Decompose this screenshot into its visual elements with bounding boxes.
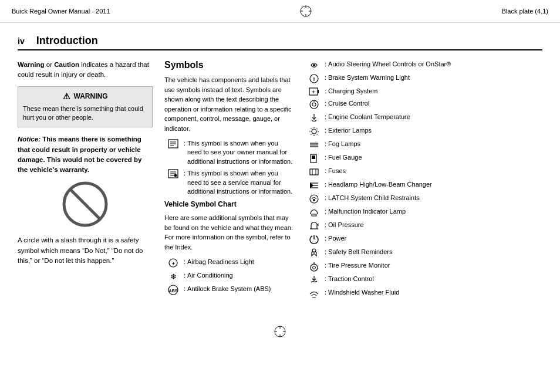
air-conditioning-label: Air Conditioning bbox=[187, 271, 294, 280]
caution-label-inline: Caution bbox=[54, 61, 79, 68]
symbols-heading: Symbols bbox=[164, 60, 294, 70]
abs-label: Antilock Brake System (ABS) bbox=[187, 285, 294, 293]
columns-container: Warning or Caution indicates a hazard th… bbox=[18, 60, 542, 302]
column-1: Warning or Caution indicates a hazard th… bbox=[18, 60, 153, 302]
service-manual-icon bbox=[164, 169, 182, 178]
header-right: Black plate (4,1) bbox=[502, 8, 548, 15]
fuel-gauge-label: Fuel Gauge bbox=[328, 153, 542, 162]
svg-line-36 bbox=[316, 134, 318, 135]
svg-line-38 bbox=[311, 134, 312, 135]
windshield-washer-row: : Windshield Washer Fluid bbox=[305, 288, 542, 299]
engine-coolant-row: : Engine Coolant Temperature bbox=[305, 113, 542, 123]
cruise-control-row: : Cruise Control bbox=[305, 99, 542, 110]
svg-rect-25 bbox=[318, 90, 319, 93]
air-conditioning-icon: ❄ bbox=[164, 271, 182, 282]
headlamp-icon bbox=[305, 180, 323, 191]
malfunction-label: Malfunction Indicator Lamp bbox=[328, 207, 542, 216]
no-symbol-caption: A circle with a slash through it is a sa… bbox=[18, 235, 153, 266]
fog-lamps-label: Fog Lamps bbox=[328, 140, 542, 148]
header-left: Buick Regal Owner Manual - 2011 bbox=[12, 8, 110, 15]
header-crosshair-icon bbox=[299, 5, 312, 18]
latch-row: : LATCH System Child Restraints bbox=[305, 194, 542, 204]
symbols-intro: The vehicle has components and labels th… bbox=[164, 75, 294, 133]
svg-point-15 bbox=[174, 174, 177, 177]
cruise-control-icon bbox=[305, 99, 323, 110]
tire-pressure-row: ! : Tire Pressure Monitor bbox=[305, 261, 542, 272]
page-footer bbox=[0, 319, 560, 344]
fuses-label: Fuses bbox=[328, 167, 542, 175]
fuses-icon bbox=[305, 167, 323, 177]
service-manual-label: This symbol is shown when you need to se… bbox=[187, 169, 294, 196]
warning-box-body: These mean there is something that could… bbox=[23, 104, 147, 123]
brake-warning-row: ! : Brake System Warning Light bbox=[305, 73, 542, 84]
fuel-gauge-icon bbox=[305, 153, 323, 164]
chart-title: Vehicle Symbol Chart bbox=[164, 199, 294, 209]
charging-system-row: + : Charging System bbox=[305, 87, 542, 96]
air-conditioning-row: ❄ : Air Conditioning bbox=[164, 271, 294, 282]
owner-manual-icon bbox=[164, 139, 182, 148]
svg-text:❄: ❄ bbox=[170, 272, 177, 281]
power-row: : Power bbox=[305, 234, 542, 245]
warning-box-header: ⚠ WARNING bbox=[23, 92, 147, 101]
page-header: Buick Regal Owner Manual - 2011 Black pl… bbox=[0, 0, 560, 23]
main-content: iv Introduction Warning or Caution indic… bbox=[0, 23, 560, 313]
airbag-row: ✦ : Airbag Readiness Light bbox=[164, 258, 294, 268]
tire-pressure-label: Tire Pressure Monitor bbox=[328, 261, 542, 270]
power-label: Power bbox=[328, 234, 542, 243]
owner-manual-symbol-row: : This symbol is shown when you need to … bbox=[164, 139, 294, 166]
warning-triangle-icon: ⚠ bbox=[63, 92, 70, 101]
oil-pressure-icon bbox=[305, 221, 323, 231]
malfunction-row: : Malfunction Indicator Lamp bbox=[305, 207, 542, 218]
column-2: Symbols The vehicle has components and l… bbox=[164, 60, 294, 302]
svg-line-37 bbox=[316, 128, 318, 129]
brake-warning-label: Brake System Warning Light bbox=[328, 73, 542, 82]
svg-text:!: ! bbox=[313, 262, 314, 265]
svg-text:✦: ✦ bbox=[171, 261, 176, 266]
column-3: : Audio Steering Wheel Controls or OnSta… bbox=[305, 60, 542, 302]
header-center bbox=[299, 5, 312, 18]
airbag-label: Airbag Readiness Light bbox=[187, 258, 294, 266]
svg-point-30 bbox=[312, 129, 316, 134]
engine-coolant-label: Engine Coolant Temperature bbox=[328, 113, 542, 121]
exterior-lamps-row: : Exterior Lamps bbox=[305, 126, 542, 137]
svg-line-35 bbox=[311, 128, 312, 129]
headlamp-label: Headlamp High/Low-Beam Changer bbox=[328, 180, 542, 189]
warning-box-label: WARNING bbox=[74, 92, 108, 100]
notice-text: Notice: This means there is something th… bbox=[18, 134, 153, 175]
oil-pressure-row: : Oil Pressure bbox=[305, 221, 542, 231]
audio-steering-icon bbox=[305, 60, 323, 70]
engine-coolant-icon bbox=[305, 113, 323, 123]
exterior-lamps-label: Exterior Lamps bbox=[328, 126, 542, 135]
fuel-gauge-row: : Fuel Gauge bbox=[305, 153, 542, 164]
svg-point-21 bbox=[313, 64, 315, 66]
svg-point-52 bbox=[313, 199, 315, 201]
audio-steering-label: Audio Steering Wheel Controls or OnStar® bbox=[328, 60, 542, 69]
traction-control-row: : Traction Control bbox=[305, 275, 542, 285]
svg-rect-44 bbox=[310, 169, 318, 175]
fog-lamps-icon bbox=[305, 140, 323, 150]
svg-point-58 bbox=[313, 266, 316, 269]
cruise-control-label: Cruise Control bbox=[328, 99, 542, 108]
section-roman: iv bbox=[18, 36, 25, 46]
no-symbol-figure bbox=[18, 181, 153, 229]
audio-steering-row: : Audio Steering Wheel Controls or OnSta… bbox=[305, 60, 542, 70]
warning-label-inline: Warning bbox=[18, 61, 45, 68]
tire-pressure-icon: ! bbox=[305, 261, 323, 272]
no-symbol-icon bbox=[62, 181, 109, 228]
owner-manual-label: This symbol is shown when you need to se… bbox=[187, 139, 294, 166]
malfunction-icon bbox=[305, 207, 323, 218]
latch-label: LATCH System Child Restraints bbox=[328, 194, 542, 202]
footer-crosshair-icon bbox=[274, 325, 286, 338]
windshield-washer-label: Windshield Washer Fluid bbox=[328, 288, 542, 297]
svg-text:!: ! bbox=[313, 76, 315, 82]
section-title: iv Introduction bbox=[18, 35, 542, 50]
warning-box: ⚠ WARNING These mean there is something … bbox=[18, 86, 153, 128]
latch-icon bbox=[305, 194, 323, 204]
abs-row: ABS : Antilock Brake System (ABS) bbox=[164, 285, 294, 295]
section-heading: Introduction bbox=[36, 35, 98, 47]
fog-lamps-row: : Fog Lamps bbox=[305, 140, 542, 150]
charging-system-label: Charging System bbox=[328, 87, 542, 96]
brake-warning-icon: ! bbox=[305, 73, 323, 84]
charging-system-icon: + bbox=[305, 87, 323, 96]
oil-pressure-label: Oil Pressure bbox=[328, 221, 542, 229]
